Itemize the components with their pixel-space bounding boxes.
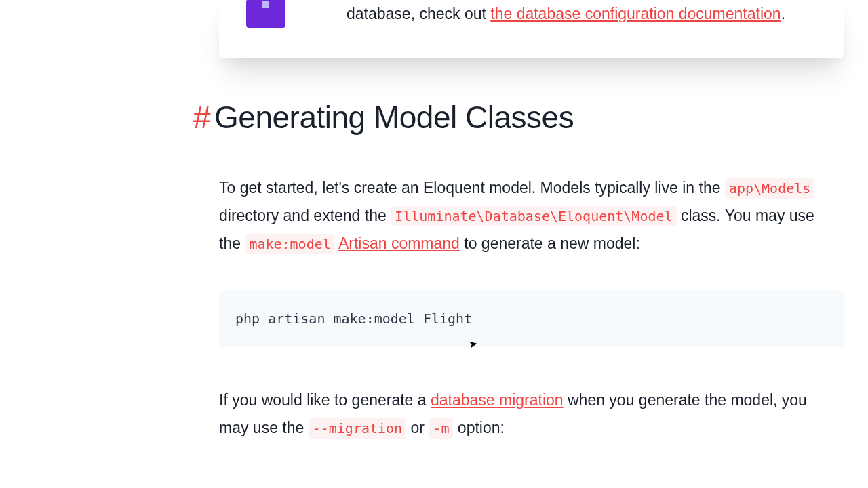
intro-paragraph: To get started, let's create an Eloquent…	[219, 174, 831, 258]
documentation-page: database, check out the database configu…	[0, 0, 868, 488]
p2-t3: or	[406, 419, 429, 436]
artisan-command-link[interactable]: Artisan command	[338, 235, 460, 252]
inline-code-eloquent-model: Illuminate\Database\Eloquent\Model	[391, 206, 676, 226]
callout-row: database, check out the database configu…	[246, 0, 817, 28]
code-content: php artisan make:model Flight	[235, 310, 472, 327]
p1-t1: To get started, let's create an Eloquent…	[219, 179, 725, 197]
callout-text: database, check out the database configu…	[347, 0, 785, 27]
p1-t5: to generate a new model:	[460, 235, 640, 252]
inline-code-m-flag: -m	[429, 418, 453, 439]
migration-paragraph: If you would like to generate a database…	[219, 386, 831, 442]
callout-text-suffix: .	[781, 5, 785, 22]
database-config-doc-link[interactable]: the database configuration documentation	[490, 5, 781, 22]
p1-t2: directory and extend the	[219, 207, 391, 224]
info-callout: database, check out the database configu…	[219, 0, 844, 58]
callout-text-prefix: database, check out	[347, 5, 490, 22]
inline-code-make-model: make:model	[245, 234, 334, 254]
section-heading: #Generating Model Classes	[193, 99, 844, 136]
code-block-make-model: php artisan make:model Flight	[219, 290, 844, 347]
main-content: database, check out the database configu…	[193, 0, 844, 458]
inline-code-migration-flag: --migration	[309, 418, 406, 439]
p2-t4: option:	[453, 419, 504, 436]
inline-code-app-models: app\Models	[725, 178, 814, 199]
p2-t1: If you would like to generate a	[219, 391, 431, 409]
heading-anchor-hash[interactable]: #	[193, 100, 210, 135]
database-migration-link[interactable]: database migration	[431, 391, 564, 409]
callout-purple-icon	[246, 0, 285, 28]
heading-title: Generating Model Classes	[214, 100, 574, 135]
